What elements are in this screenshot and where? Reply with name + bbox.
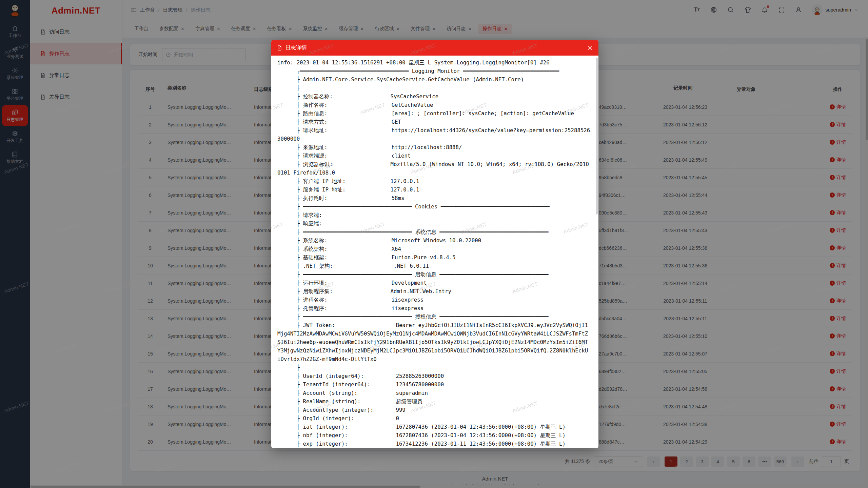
dialog-header: 日志详情 bbox=[271, 40, 598, 56]
log-detail-dialog: 日志详情 info: 2023-01-04 12:55:36.1516291 +… bbox=[271, 40, 598, 448]
dialog-body: info: 2023-01-04 12:55:36.1516291 +08:00… bbox=[271, 56, 598, 448]
file-icon bbox=[277, 45, 282, 51]
dialog-title: 日志详情 bbox=[285, 44, 307, 52]
close-icon[interactable] bbox=[587, 45, 593, 51]
dialog-scrollbar-thumb[interactable] bbox=[596, 58, 598, 215]
app-window: 工作台 业务测试 系统管理 平台管理 日志管理 开发工具 帮助文档 Admin.… bbox=[0, 0, 868, 488]
log-detail-text: info: 2023-01-04 12:55:36.1516291 +08:00… bbox=[271, 56, 598, 448]
